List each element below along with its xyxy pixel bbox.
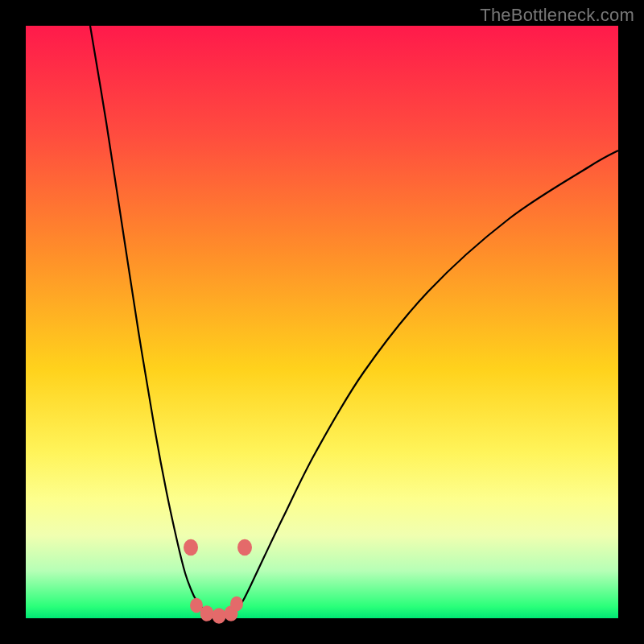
marker-point — [230, 597, 243, 611]
marker-point — [237, 539, 252, 556]
marker-point — [184, 539, 198, 556]
marker-group — [184, 539, 252, 624]
marker-point — [213, 608, 226, 624]
watermark-text: TheBottleneck.com — [480, 5, 634, 26]
marker-point — [200, 605, 214, 621]
chart-frame — [26, 26, 618, 618]
chart-svg — [26, 26, 618, 618]
curve-right-branch — [232, 151, 618, 615]
curve-left-branch — [90, 26, 211, 615]
